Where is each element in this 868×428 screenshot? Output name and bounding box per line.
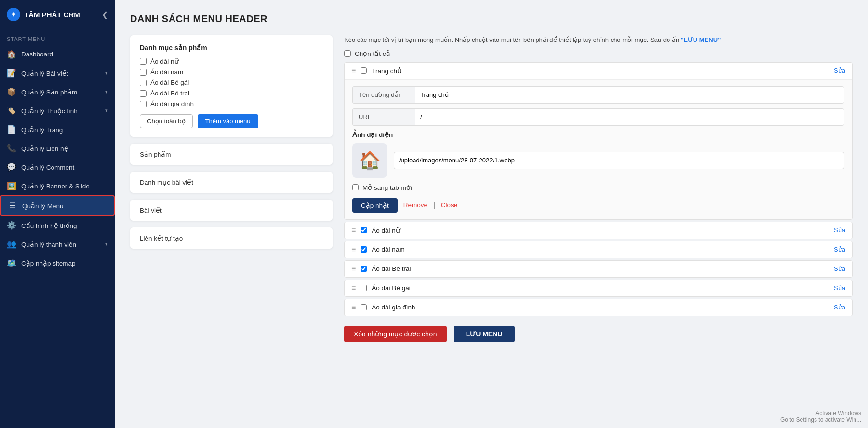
menu-item-label: Áo dài gia đình (372, 304, 829, 311)
luu-menu-link[interactable]: "LƯU MENU" (681, 36, 721, 43)
sidebar-item-label: Quản lý Trang (21, 126, 108, 134)
update-button[interactable]: Cập nhật (352, 198, 398, 213)
sitemap-icon: 🗺️ (7, 258, 16, 268)
sidebar-item-label: Cập nhập sitemap (21, 259, 108, 267)
menu-row-ao-dai-be-trai: ≡ Áo dài Bé trai Sửa (344, 260, 853, 278)
content-grid: Danh mục sản phẩm Áo dài nữ Áo dài nam Á… (130, 35, 853, 342)
sidebar-item-cau-hinh[interactable]: ⚙️ Cấu hình hệ thống (0, 216, 115, 235)
menu-row-header: ≡ Áo dài Bé gái Sửa (345, 280, 852, 296)
form-actions: Cập nhật Remove | Close (352, 198, 844, 213)
category-checkbox[interactable] (140, 80, 147, 86)
open-new-tab-checkbox[interactable] (352, 184, 359, 190)
left-panel: Danh mục sản phẩm Áo dài nữ Áo dài nam Á… (130, 35, 333, 342)
sidebar-item-label: Quản lý Thuộc tính (21, 107, 100, 115)
drag-handle-icon[interactable]: ≡ (351, 284, 356, 292)
sidebar-item-lien-he[interactable]: 📞 Quản lý Liên hệ (0, 139, 115, 158)
menu-item-edit-button[interactable]: Sửa (834, 67, 845, 74)
menu-item-edit-button[interactable]: Sửa (834, 265, 845, 272)
menu-item-checkbox[interactable] (361, 266, 367, 272)
sidebar-item-trang[interactable]: 📄 Quản lý Trang (0, 120, 115, 139)
sidebar-item-bai-viet[interactable]: 📝 Quản lý Bài viết ▾ (0, 64, 115, 82)
menu-row-header: ≡ Áo dài Bé trai Sửa (345, 261, 852, 277)
bai-viet-icon: 📝 (7, 68, 16, 78)
menu-item-checkbox[interactable] (361, 67, 367, 74)
list-item[interactable]: Áo dài gia đình (140, 100, 323, 107)
open-new-tab-label: Mở sang tab mới (362, 184, 412, 191)
menu-item-checkbox[interactable] (361, 304, 367, 310)
chevron-down-icon: ▾ (105, 241, 108, 247)
list-item-danh-muc-bai-viet: Danh mục bài viết (130, 172, 333, 193)
sidebar-item-label: Quản lý Bài viết (21, 69, 100, 77)
banner-icon: 🖼️ (7, 181, 16, 190)
form-label-url: URL (352, 108, 415, 126)
menu-item-edit-button[interactable]: Sửa (834, 284, 845, 292)
sidebar-item-label: Quản lý Liên hệ (21, 145, 108, 152)
menu-icon: ☰ (8, 201, 17, 210)
sidebar-item-thanh-vien[interactable]: 👥 Quản lý thành viên ▾ (0, 235, 115, 254)
menu-row-ao-dai-nu: ≡ Áo dài nữ Sửa (344, 222, 853, 239)
drag-handle-icon[interactable]: ≡ (351, 304, 356, 311)
avatar-icon: 🏠 (352, 143, 387, 178)
menu-row-header: ≡ Trang chủ Sửa (345, 63, 852, 79)
separator: | (433, 201, 435, 209)
drag-handle-icon[interactable]: ≡ (351, 265, 356, 273)
sidebar-item-label: Quản lý Sản phẩm (21, 88, 100, 96)
sidebar-item-dashboard[interactable]: 🏠 Dashboard (0, 45, 115, 64)
category-checkbox-list: Áo dài nữ Áo dài nam Áo dài Bé gái Áo dà… (140, 57, 323, 107)
cau-hinh-icon: ⚙️ (7, 221, 16, 230)
drag-handle-icon[interactable]: ≡ (351, 67, 356, 75)
list-item[interactable]: Áo dài Bé trai (140, 90, 323, 97)
menu-item-edit-button[interactable]: Sửa (834, 304, 845, 311)
form-input-url[interactable] (415, 108, 844, 126)
sidebar-item-banner[interactable]: 🖼️ Quản lý Banner & Slide (0, 176, 115, 195)
list-item[interactable]: Áo dài nữ (140, 57, 323, 65)
menu-item-edit-button[interactable]: Sửa (834, 227, 845, 234)
drag-handle-icon[interactable]: ≡ (351, 227, 356, 234)
menu-item-checkbox[interactable] (361, 227, 367, 233)
avatar-path-input[interactable] (394, 152, 844, 169)
select-all-button[interactable]: Chọn toàn bộ (140, 114, 193, 128)
select-all-checkbox[interactable] (344, 50, 351, 57)
sidebar-item-label: Quản lý thành viên (21, 241, 100, 248)
comment-icon: 💬 (7, 162, 16, 172)
sidebar-logo: ✦ TÂM PHÁT CRM (7, 8, 80, 21)
delete-selected-button[interactable]: Xóa những mục được chọn (344, 326, 447, 342)
menu-item-edit-button[interactable]: Sửa (834, 246, 845, 253)
avatar-section: Ảnh đại diện 🏠 (352, 131, 844, 178)
category-checkbox[interactable] (140, 101, 147, 107)
sidebar-item-label: Dashboard (21, 51, 108, 58)
sidebar-item-menu[interactable]: ☰ Quản lý Menu (0, 195, 115, 216)
menu-row-trang-chu: ≡ Trang chủ Sửa Tên đường dẫn URL (344, 62, 853, 220)
category-card: Danh mục sản phẩm Áo dài nữ Áo dài nam Á… (130, 35, 333, 137)
category-checkbox[interactable] (140, 69, 147, 76)
category-card-title: Danh mục sản phẩm (140, 44, 323, 52)
sidebar-item-label: Quản lý Banner & Slide (21, 182, 108, 190)
close-button[interactable]: Close (441, 201, 458, 209)
sidebar-item-comment[interactable]: 💬 Quản lý Comment (0, 158, 115, 176)
list-item[interactable]: Áo dài nam (140, 68, 323, 76)
thuoc-tinh-icon: 🏷️ (7, 106, 16, 115)
menu-item-checkbox[interactable] (361, 246, 367, 253)
select-all-label: Chọn tất cả (355, 50, 390, 57)
form-input-ten-duong-dan[interactable] (415, 86, 844, 104)
chevron-down-icon: ▾ (105, 89, 108, 95)
sidebar-section-label: START MENU (0, 29, 115, 45)
sidebar-item-sitemap[interactable]: 🗺️ Cập nhập sitemap (0, 254, 115, 272)
remove-button[interactable]: Remove (403, 201, 427, 209)
save-menu-button[interactable]: LƯU MENU (454, 326, 515, 342)
thanh-vien-icon: 👥 (7, 240, 16, 249)
list-item[interactable]: Áo dài Bé gái (140, 79, 323, 86)
chevron-down-icon: ▾ (105, 107, 108, 114)
sidebar-toggle-button[interactable]: ❮ (102, 10, 108, 19)
page-title: DANH SÁCH MENU HEADER (130, 13, 853, 25)
sidebar-item-san-pham[interactable]: 📦 Quản lý Sản phẩm ▾ (0, 82, 115, 101)
form-row-url: URL (352, 108, 844, 126)
category-checkbox[interactable] (140, 90, 147, 97)
drag-handle-icon[interactable]: ≡ (351, 246, 356, 254)
menu-item-checkbox[interactable] (361, 285, 367, 291)
add-to-menu-button[interactable]: Thêm vào menu (198, 114, 258, 128)
sidebar-item-thuoc-tinh[interactable]: 🏷️ Quản lý Thuộc tính ▾ (0, 101, 115, 120)
chevron-down-icon: ▾ (105, 70, 108, 76)
category-checkbox[interactable] (140, 58, 147, 65)
list-item-lien-ket: Liên kết tự tạo (130, 227, 333, 249)
